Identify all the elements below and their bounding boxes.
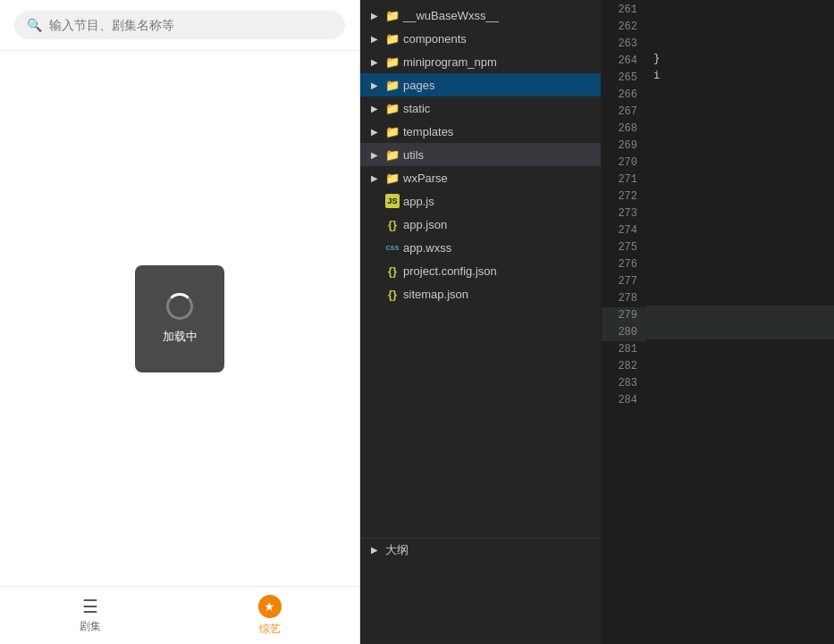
tree-label-wuBaseWxss: __wuBaseWxss__ — [403, 9, 594, 22]
tree-item-app-js[interactable]: ▶ JS app.js — [360, 189, 601, 213]
tree-item-empty-4 — [360, 375, 601, 398]
line-numbers: 261 262 263 264 265 266 267 268 269 270 … — [602, 0, 646, 644]
code-282 — [646, 356, 834, 373]
code-268 — [646, 119, 834, 136]
tree-label-sitemap: sitemap.json — [403, 288, 594, 301]
line-268: 268 — [602, 121, 646, 138]
folder-icon-utils: 📁 — [385, 147, 400, 162]
line-282: 282 — [602, 358, 646, 375]
folder-icon-templates: 📁 — [385, 124, 400, 138]
outline-toggle[interactable]: ▶ 大纲 — [360, 538, 601, 561]
wxss-icon: css — [385, 240, 400, 255]
code-276 — [646, 255, 834, 272]
right-panel: ▶ 📁 __wuBaseWxss__ ▶ 📁 components ▶ 📁 mi… — [360, 0, 834, 644]
chevron-icon: ▶ — [367, 54, 382, 69]
line-272: 272 — [602, 188, 646, 205]
line-261: 261 — [602, 2, 646, 19]
folder-icon-static: 📁 — [385, 101, 400, 115]
loading-card: 加载中 — [135, 265, 224, 372]
json-icon: {} — [385, 217, 400, 231]
json-icon: {} — [385, 263, 400, 278]
tree-item-empty-1 — [360, 305, 601, 329]
tree-item-empty-3 — [360, 352, 601, 375]
tree-item-sitemap[interactable]: ▶ {} sitemap.json — [360, 282, 601, 305]
tree-label-static: static — [403, 102, 594, 115]
line-284: 284 — [602, 392, 646, 409]
code-panel: } i — [646, 0, 834, 644]
code-265: i — [646, 68, 834, 85]
line-264: 264 — [602, 53, 646, 70]
tree-item-empty-7 — [360, 445, 601, 468]
code-269 — [646, 136, 834, 153]
chevron-icon: ▶ — [367, 31, 382, 46]
code-272 — [646, 187, 834, 204]
line-270: 270 — [602, 155, 646, 171]
code-264: } — [646, 51, 834, 68]
tree-item-empty-10 — [360, 514, 601, 538]
line-265: 265 — [602, 70, 646, 87]
nav-item-variety[interactable]: ★ 综艺 — [180, 588, 359, 644]
line-277: 277 — [602, 273, 646, 290]
tree-label-app-wxss: app.wxss — [403, 241, 594, 255]
outline-label: 大纲 — [385, 542, 594, 558]
js-icon: JS — [385, 194, 400, 208]
tree-item-wxParse[interactable]: ▶ 📁 wxParse — [360, 166, 601, 189]
chevron-icon: ▶ — [367, 78, 382, 92]
folder-icon-pages: 📁 — [385, 78, 400, 92]
tree-item-pages[interactable]: ▶ 📁 pages — [360, 73, 601, 96]
line-273: 273 — [602, 205, 646, 222]
search-icon: 🔍 — [27, 18, 42, 32]
tree-label-project-config: project.config.json — [403, 264, 594, 278]
tree-item-static[interactable]: ▶ 📁 static — [360, 96, 601, 120]
code-284 — [646, 390, 834, 407]
tree-item-templates[interactable]: ▶ 📁 templates — [360, 120, 601, 143]
tree-item-app-json[interactable]: ▶ {} app.json — [360, 213, 601, 236]
line-269: 269 — [602, 138, 646, 155]
code-280 — [646, 322, 834, 339]
code-263 — [646, 34, 834, 51]
chevron-icon: ▶ — [367, 147, 382, 162]
left-panel: 🔍 加载中 ☰ 剧集 ★ 综艺 — [0, 0, 360, 644]
line-262: 262 — [602, 19, 646, 36]
chevron-icon: ▶ — [367, 8, 382, 22]
chevron-icon: ▶ — [367, 171, 382, 185]
chevron-icon: ▶ — [367, 101, 382, 115]
code-277 — [646, 272, 834, 289]
code-278 — [646, 289, 834, 305]
folder-icon-miniprogram-npm: 📁 — [385, 54, 400, 69]
tree-item-empty-9 — [360, 491, 601, 514]
tree-item-miniprogram-npm[interactable]: ▶ 📁 miniprogram_npm — [360, 50, 601, 73]
content-area: 加载中 — [0, 51, 359, 586]
folder-icon-wxParse: 📁 — [385, 171, 400, 185]
tree-label-templates: templates — [403, 125, 594, 138]
tree-item-components[interactable]: ▶ 📁 components — [360, 27, 601, 50]
episodes-icon: ☰ — [82, 598, 98, 615]
search-wrapper: 🔍 — [14, 11, 345, 39]
folder-icon-components: 📁 — [385, 31, 400, 46]
tree-item-app-wxss[interactable]: ▶ css app.wxss — [360, 236, 601, 259]
tree-item-utils[interactable]: ▶ 📁 utils — [360, 143, 601, 166]
line-266: 266 — [602, 87, 646, 104]
line-279: 279 — [602, 307, 646, 324]
code-261 — [646, 0, 834, 17]
tree-item-project-config[interactable]: ▶ {} project.config.json — [360, 259, 601, 282]
episodes-label: 剧集 — [80, 619, 101, 634]
tree-item-wuBaseWxss[interactable]: ▶ 📁 __wuBaseWxss__ — [360, 4, 601, 27]
tree-label-app-json: app.json — [403, 218, 594, 231]
variety-icon: ★ — [258, 595, 282, 618]
nav-item-episodes[interactable]: ☰ 剧集 — [0, 590, 180, 641]
code-266 — [646, 85, 834, 102]
line-263: 263 — [602, 36, 646, 53]
tree-label-pages: pages — [403, 79, 594, 92]
tree-label-wxParse: wxParse — [403, 171, 594, 185]
line-271: 271 — [602, 171, 646, 188]
line-283: 283 — [602, 375, 646, 392]
loading-spinner — [166, 293, 193, 320]
search-input[interactable] — [49, 18, 333, 32]
code-281 — [646, 339, 834, 356]
code-275 — [646, 238, 834, 255]
tree-label-utils: utils — [403, 148, 594, 162]
line-276: 276 — [602, 256, 646, 273]
line-274: 274 — [602, 222, 646, 239]
json-icon: {} — [385, 287, 400, 301]
